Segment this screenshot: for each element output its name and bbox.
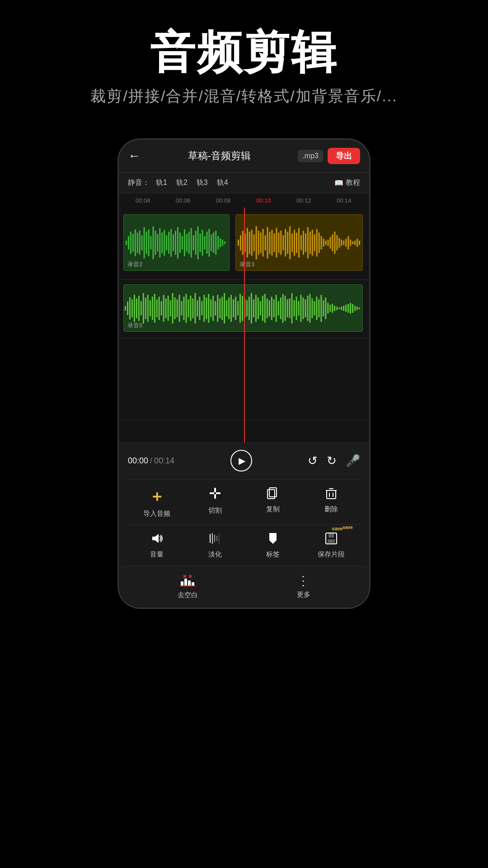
hero-section: 音频剪辑 裁剪/拼接/合并/混音/转格式/加背景音乐/... bbox=[0, 0, 488, 120]
import-label: 导入音频 bbox=[143, 509, 170, 518]
svg-rect-100 bbox=[125, 306, 126, 311]
svg-rect-179 bbox=[303, 297, 304, 319]
svg-rect-14 bbox=[157, 234, 158, 252]
tutorial-label: 教程 bbox=[346, 178, 360, 188]
export-button[interactable]: 导出 bbox=[328, 148, 360, 164]
svg-rect-225 bbox=[328, 539, 335, 543]
tool-copy[interactable]: 复制 bbox=[255, 486, 291, 518]
tutorial-button[interactable]: 📖 教程 bbox=[334, 178, 360, 188]
svg-rect-16 bbox=[161, 232, 163, 253]
svg-rect-135 bbox=[203, 295, 205, 322]
svg-rect-26 bbox=[184, 229, 185, 256]
svg-rect-152 bbox=[242, 296, 243, 321]
svg-rect-88 bbox=[334, 231, 335, 254]
svg-rect-68 bbox=[289, 226, 291, 259]
svg-rect-174 bbox=[291, 293, 293, 324]
svg-rect-18 bbox=[166, 235, 167, 250]
svg-rect-94 bbox=[347, 236, 349, 250]
svg-rect-45 bbox=[238, 240, 239, 246]
svg-rect-54 bbox=[258, 231, 259, 255]
svg-rect-71 bbox=[296, 232, 297, 253]
back-button[interactable]: ← bbox=[128, 149, 141, 163]
svg-rect-55 bbox=[260, 232, 262, 253]
svg-rect-24 bbox=[179, 232, 181, 253]
save-badge-text: save bbox=[332, 526, 343, 531]
svg-rect-219 bbox=[214, 535, 215, 542]
svg-rect-121 bbox=[172, 293, 174, 324]
tool-delete[interactable]: 删除 bbox=[313, 486, 349, 518]
tool-import[interactable]: ＋ 导入音频 bbox=[139, 486, 175, 518]
svg-rect-196 bbox=[341, 307, 342, 310]
playback-controls: ↺ ↻ 🎤 bbox=[308, 454, 360, 468]
tool-divider-mid bbox=[128, 524, 360, 525]
svg-rect-91 bbox=[341, 240, 342, 246]
svg-rect-70 bbox=[294, 230, 295, 256]
svg-rect-9 bbox=[146, 231, 147, 254]
svg-rect-127 bbox=[185, 294, 187, 323]
svg-rect-175 bbox=[294, 300, 295, 316]
mic-button[interactable]: 🎤 bbox=[346, 454, 360, 468]
mute-label: 静音： bbox=[128, 178, 150, 188]
svg-rect-50 bbox=[249, 231, 250, 254]
svg-rect-205 bbox=[210, 492, 214, 494]
app-header: ← 草稿-音频剪辑 .mp3 导出 bbox=[119, 140, 369, 173]
svg-rect-122 bbox=[174, 297, 176, 319]
redo-button[interactable]: ↻ bbox=[327, 454, 337, 468]
import-icon: ＋ bbox=[149, 486, 164, 507]
svg-rect-58 bbox=[267, 227, 268, 259]
svg-rect-139 bbox=[212, 296, 214, 321]
svg-rect-118 bbox=[165, 298, 167, 318]
svg-rect-143 bbox=[221, 297, 223, 320]
audio-clip-3[interactable]: 录音5 bbox=[123, 284, 363, 332]
svg-rect-163 bbox=[267, 298, 268, 318]
svg-marker-216 bbox=[152, 534, 159, 543]
svg-rect-32 bbox=[197, 226, 199, 259]
svg-rect-84 bbox=[325, 241, 327, 245]
track2-btn[interactable]: 轨2 bbox=[174, 177, 190, 189]
svg-rect-110 bbox=[147, 295, 149, 322]
track-area: 录音2 bbox=[119, 208, 369, 443]
svg-rect-166 bbox=[273, 299, 275, 317]
svg-rect-181 bbox=[307, 296, 308, 321]
play-button[interactable]: ▶ bbox=[230, 450, 252, 472]
svg-rect-111 bbox=[150, 300, 151, 316]
svg-rect-87 bbox=[332, 234, 333, 251]
svg-rect-113 bbox=[154, 294, 155, 323]
format-badge: .mp3 bbox=[298, 150, 323, 162]
svg-rect-123 bbox=[177, 299, 178, 317]
svg-rect-161 bbox=[262, 296, 263, 321]
nav-more[interactable]: ⋮ 更多 bbox=[297, 573, 310, 599]
svg-rect-107 bbox=[141, 301, 142, 316]
svg-rect-176 bbox=[296, 297, 297, 320]
tool-fade[interactable]: 淡化 bbox=[197, 531, 233, 559]
tool-save[interactable]: save 保存片段 bbox=[313, 531, 349, 559]
svg-rect-41 bbox=[217, 236, 219, 250]
volume-icon bbox=[150, 531, 164, 547]
track1-btn[interactable]: 轨1 bbox=[153, 177, 170, 189]
track4-btn[interactable]: 轨4 bbox=[214, 177, 231, 189]
svg-rect-144 bbox=[224, 293, 225, 324]
tool-tag[interactable]: 标签 bbox=[255, 531, 291, 559]
track3-btn[interactable]: 轨3 bbox=[194, 177, 211, 189]
svg-rect-81 bbox=[319, 232, 320, 253]
svg-rect-65 bbox=[282, 235, 284, 250]
svg-rect-46 bbox=[240, 235, 241, 250]
tool-cut[interactable]: 切割 bbox=[197, 486, 233, 518]
tool-volume[interactable]: 音量 bbox=[139, 531, 175, 559]
audio-clip-1[interactable]: 录音2 bbox=[123, 214, 230, 271]
svg-rect-109 bbox=[145, 297, 146, 319]
svg-rect-134 bbox=[201, 301, 202, 316]
svg-rect-207 bbox=[214, 488, 216, 492]
audio-clip-2[interactable]: 录音3 bbox=[235, 214, 363, 271]
delete-icon bbox=[324, 486, 338, 502]
svg-rect-38 bbox=[211, 234, 212, 251]
svg-rect-193 bbox=[334, 306, 335, 311]
svg-rect-73 bbox=[300, 235, 302, 250]
undo-button[interactable]: ↺ bbox=[308, 454, 318, 468]
nav-silence[interactable]: 去空白 bbox=[178, 573, 198, 599]
svg-rect-44 bbox=[224, 241, 225, 244]
svg-rect-162 bbox=[264, 294, 266, 323]
svg-rect-103 bbox=[131, 299, 133, 317]
svg-rect-182 bbox=[309, 294, 310, 323]
hero-title: 音频剪辑 bbox=[18, 27, 470, 77]
